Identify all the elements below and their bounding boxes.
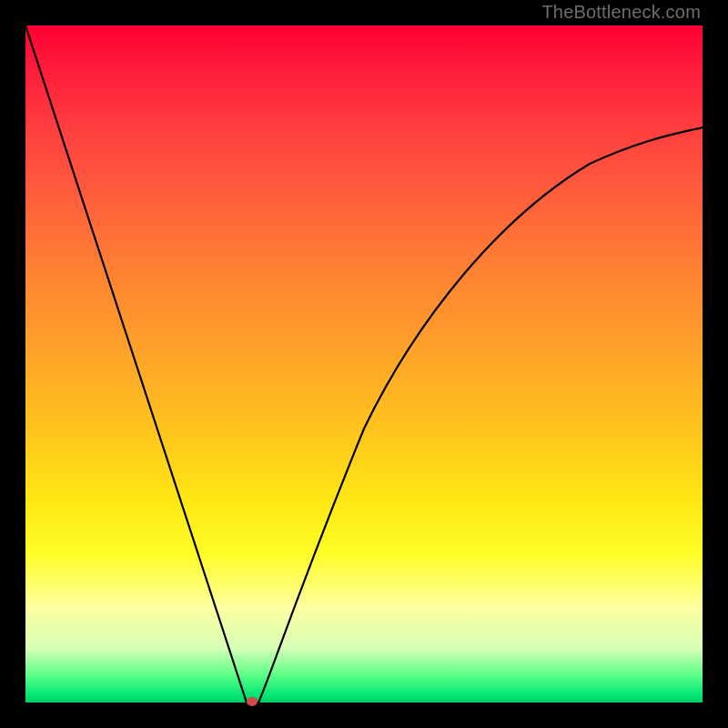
plot-area xyxy=(25,25,703,703)
optimum-marker xyxy=(247,697,258,706)
chart-frame: TheBottleneck.com xyxy=(0,0,728,728)
curve-path xyxy=(25,25,703,703)
watermark-text: TheBottleneck.com xyxy=(541,2,701,23)
bottleneck-curve xyxy=(25,25,703,703)
